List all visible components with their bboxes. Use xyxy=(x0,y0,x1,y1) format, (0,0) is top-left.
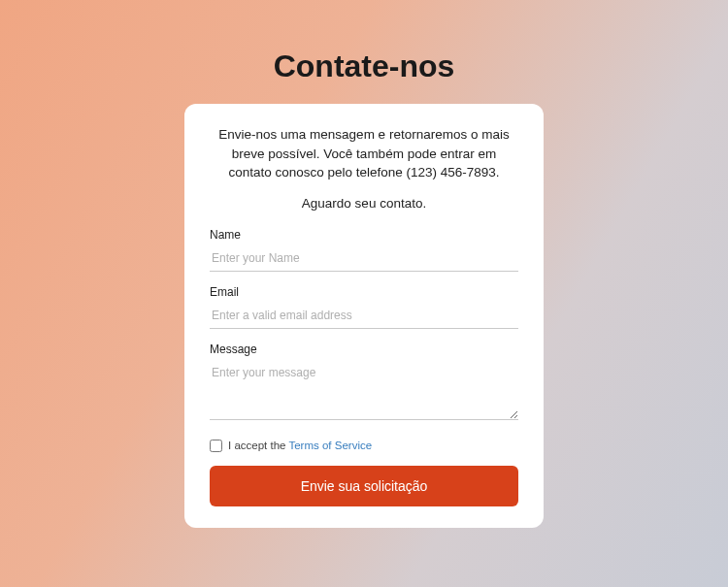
email-input[interactable] xyxy=(210,305,518,329)
email-field: Email xyxy=(210,285,518,329)
page-title: Contate-nos xyxy=(274,49,455,84)
intro-text: Envie-nos uma mensagem e retornaremos o … xyxy=(210,125,518,182)
wait-text: Aguardo seu contato. xyxy=(210,196,518,211)
terms-row: I accept the Terms of Service xyxy=(210,440,518,452)
contact-card: Envie-nos uma mensagem e retornaremos o … xyxy=(184,104,544,528)
message-label: Message xyxy=(210,342,518,356)
message-input[interactable] xyxy=(210,362,518,420)
name-label: Name xyxy=(210,228,518,242)
terms-prefix: I accept the xyxy=(228,440,285,451)
terms-checkbox[interactable] xyxy=(210,440,222,452)
message-field: Message xyxy=(210,342,518,424)
submit-button[interactable]: Envie sua solicitação xyxy=(210,466,518,506)
email-label: Email xyxy=(210,285,518,299)
terms-link[interactable]: Terms of Service xyxy=(288,440,372,451)
name-input[interactable] xyxy=(210,247,518,272)
name-field: Name xyxy=(210,228,518,272)
